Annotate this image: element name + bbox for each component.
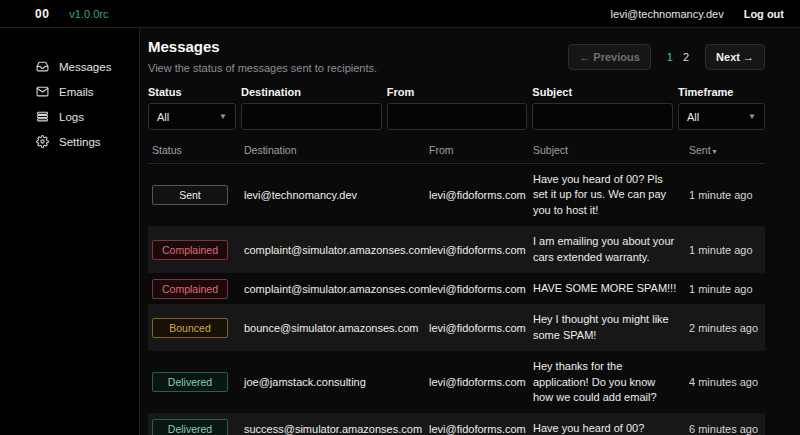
- table-row[interactable]: Delivered joe@jamstack.consulting levi@f…: [148, 351, 765, 413]
- cell-sent: 1 minute ago: [689, 283, 765, 295]
- previous-page-button[interactable]: ← Previous: [568, 44, 651, 70]
- status-filter-select[interactable]: All ▼: [148, 103, 236, 130]
- cell-from: levi@fidoforms.com: [429, 322, 533, 334]
- cell-from: levi@fidoforms.com: [429, 283, 533, 295]
- cell-status: Bounced: [152, 318, 244, 338]
- destination-filter-input[interactable]: [241, 103, 382, 130]
- chevron-down-icon: ▼: [748, 112, 756, 121]
- cell-sent: 2 minutes ago: [689, 322, 765, 334]
- cell-status: Complained: [152, 279, 244, 299]
- header-destination: Destination: [244, 144, 429, 156]
- cell-destination: joe@jamstack.consulting: [244, 376, 429, 388]
- subject-filter-label: Subject: [532, 86, 673, 98]
- cell-subject: Have you heard of 00?: [533, 417, 689, 435]
- cell-sent: 4 minutes ago: [689, 376, 765, 388]
- sidebar-item-label: Emails: [59, 86, 94, 98]
- filters-bar: Status All ▼ Destination From Subject: [148, 86, 765, 130]
- cell-destination: success@simulator.amazonses.com: [244, 423, 429, 435]
- top-bar: 00 v1.0.0rc levi@technomancy.dev Log out: [0, 0, 800, 28]
- next-page-button[interactable]: Next →: [705, 44, 765, 70]
- cell-status: Sent: [152, 185, 244, 205]
- page-subtitle: View the status of messages sent to reci…: [148, 62, 377, 74]
- status-badge: Sent: [152, 185, 228, 205]
- cell-subject: I am emailing you about your cars extend…: [533, 230, 689, 269]
- header-subject: Subject: [533, 144, 689, 156]
- messages-table: Status Destination From Subject Sent▾ Se…: [148, 144, 765, 435]
- cell-status: Complained: [152, 240, 244, 260]
- cell-from: levi@fidoforms.com: [429, 423, 533, 435]
- sidebar-item-logs[interactable]: Logs: [0, 104, 139, 129]
- cell-status: Delivered: [152, 372, 244, 392]
- table-row[interactable]: Sent levi@technomancy.dev levi@fidoforms…: [148, 164, 765, 226]
- cell-from: levi@fidoforms.com: [429, 244, 533, 256]
- inbox-icon: [36, 60, 49, 73]
- cell-subject: Have you heard of 00? Pls set it up for …: [533, 168, 689, 222]
- status-badge: Bounced: [152, 318, 228, 338]
- header-sent-sort[interactable]: Sent▾: [689, 144, 765, 156]
- timeframe-filter-label: Timeframe: [678, 86, 765, 98]
- subject-filter-input[interactable]: [532, 103, 673, 130]
- main-content: Messages View the status of messages sen…: [140, 28, 800, 435]
- app-window: 00 v1.0.0rc levi@technomancy.dev Log out…: [0, 0, 800, 435]
- sort-icon: ▾: [713, 147, 717, 156]
- cell-destination: bounce@simulator.amazonses.com: [244, 322, 429, 334]
- version-label: v1.0.0rc: [69, 8, 108, 20]
- header-status: Status: [152, 144, 244, 156]
- pagination: ← Previous 1 2 Next →: [568, 44, 765, 70]
- table-body: Sent levi@technomancy.dev levi@fidoforms…: [148, 164, 765, 435]
- status-badge: Complained: [152, 279, 228, 299]
- sidebar-item-messages[interactable]: Messages: [0, 54, 139, 79]
- sidebar-item-label: Logs: [59, 111, 84, 123]
- envelope-icon: [36, 85, 49, 98]
- cell-from: levi@fidoforms.com: [429, 376, 533, 388]
- timeframe-filter-select[interactable]: All ▼: [678, 103, 765, 130]
- page-number-1[interactable]: 1: [667, 51, 673, 63]
- cell-sent: 1 minute ago: [689, 244, 765, 256]
- gear-icon: [36, 135, 49, 148]
- logs-icon: [36, 110, 49, 123]
- cell-destination: complaint@simulator.amazonses.com: [244, 283, 429, 295]
- cell-status: Delivered: [152, 419, 244, 435]
- cell-subject: Hey thanks for the application! Do you k…: [533, 355, 689, 409]
- from-filter-input[interactable]: [387, 103, 528, 130]
- cell-sent: 6 minutes ago: [689, 423, 765, 435]
- cell-from: levi@fidoforms.com: [429, 189, 533, 201]
- logout-button[interactable]: Log out: [744, 8, 784, 20]
- page-title: Messages: [148, 38, 377, 55]
- sidebar-item-settings[interactable]: Settings: [0, 129, 139, 154]
- status-badge: Delivered: [152, 419, 228, 435]
- table-row[interactable]: Complained complaint@simulator.amazonses…: [148, 226, 765, 273]
- table-row[interactable]: Complained complaint@simulator.amazonses…: [148, 273, 765, 304]
- table-row[interactable]: Bounced bounce@simulator.amazonses.com l…: [148, 304, 765, 351]
- header-from: From: [429, 144, 533, 156]
- cell-sent: 1 minute ago: [689, 189, 765, 201]
- cell-subject: Hey I thought you might like some SPAM!: [533, 308, 689, 347]
- sidebar-item-emails[interactable]: Emails: [0, 79, 139, 104]
- sidebar: Messages Emails Logs Settings: [0, 28, 140, 435]
- destination-filter-label: Destination: [241, 86, 382, 98]
- table-row[interactable]: Delivered success@simulator.amazonses.co…: [148, 413, 765, 435]
- status-badge: Complained: [152, 240, 228, 260]
- cell-destination: levi@technomancy.dev: [244, 189, 429, 201]
- sidebar-item-label: Settings: [59, 136, 101, 148]
- from-filter-label: From: [387, 86, 528, 98]
- status-filter-label: Status: [148, 86, 236, 98]
- topbar-right: levi@technomancy.dev Log out: [611, 8, 784, 20]
- status-badge: Delivered: [152, 372, 228, 392]
- user-email: levi@technomancy.dev: [611, 8, 724, 20]
- page-number-2[interactable]: 2: [683, 51, 689, 63]
- chevron-down-icon: ▼: [219, 112, 227, 121]
- cell-subject: HAVE SOME MORE SPAM!!!: [533, 277, 689, 300]
- table-header-row: Status Destination From Subject Sent▾: [148, 144, 765, 164]
- cell-destination: complaint@simulator.amazonses.com: [244, 244, 429, 256]
- sidebar-item-label: Messages: [59, 61, 111, 73]
- app-logo: 00: [35, 7, 49, 21]
